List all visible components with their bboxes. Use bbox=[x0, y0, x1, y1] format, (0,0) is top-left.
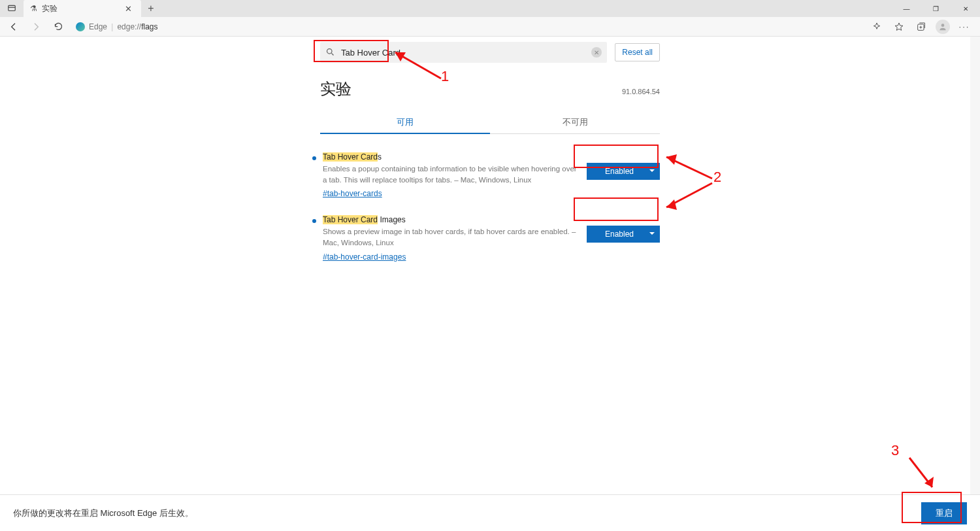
tab-title: 实验 bbox=[42, 3, 118, 14]
address-path: flags bbox=[141, 22, 157, 31]
flag-select[interactable]: Enabled bbox=[587, 163, 660, 180]
flag-description: Shows a preview image in tab hover cards… bbox=[323, 226, 580, 248]
version-label: 91.0.864.54 bbox=[622, 88, 660, 95]
vertical-scrollbar[interactable] bbox=[970, 37, 980, 494]
close-window-button[interactable]: ✕ bbox=[951, 0, 980, 17]
modified-dot-icon bbox=[312, 219, 316, 223]
collections-icon bbox=[916, 22, 926, 32]
tab-strip: ⚗ 实验 ✕ + bbox=[0, 0, 161, 17]
title-bar: ⚗ 实验 ✕ + — ❐ ✕ bbox=[0, 0, 980, 17]
arrow-right-icon bbox=[31, 22, 41, 32]
flag-anchor-link[interactable]: #tab-hover-cards bbox=[323, 189, 382, 198]
modified-dot-icon bbox=[312, 156, 316, 160]
svg-line-5 bbox=[331, 53, 333, 55]
flask-icon: ⚗ bbox=[30, 4, 37, 13]
settings-menu-button[interactable]: ··· bbox=[956, 19, 972, 35]
search-icon bbox=[325, 47, 335, 59]
navigation-bar: Edge | edge://flags ··· bbox=[0, 17, 980, 37]
minimize-button[interactable]: — bbox=[892, 0, 921, 17]
profile-button[interactable] bbox=[936, 20, 950, 34]
page-content: ✕ Reset all 实验 91.0.864.54 可用 不可用 Tab Ho… bbox=[0, 37, 980, 494]
restart-button[interactable]: 重启 bbox=[921, 502, 967, 524]
svg-point-3 bbox=[941, 24, 945, 27]
forward-button[interactable] bbox=[26, 18, 46, 36]
flag-row: Tab Hover Card Images Shows a preview im… bbox=[320, 215, 660, 261]
tab-unavailable[interactable]: 不可用 bbox=[490, 111, 660, 133]
tab-overview-icon bbox=[7, 4, 16, 13]
new-tab-button[interactable]: + bbox=[141, 0, 161, 17]
person-icon bbox=[938, 22, 947, 31]
toolbar-right: ··· bbox=[865, 19, 976, 35]
restart-footer: 你所做的更改将在重启 Microsoft Edge 后生效。 重启 bbox=[0, 494, 980, 531]
edge-icon bbox=[76, 22, 85, 31]
address-bar[interactable]: Edge | edge://flags bbox=[71, 19, 862, 35]
footer-message: 你所做的更改将在重启 Microsoft Edge 后生效。 bbox=[13, 507, 193, 519]
reset-all-button[interactable]: Reset all bbox=[615, 43, 660, 61]
collections-button[interactable] bbox=[913, 19, 929, 35]
page-heading: 实验 bbox=[320, 78, 351, 99]
address-origin: Edge bbox=[89, 22, 107, 31]
flag-row: Tab Hover Cards Enables a popup containi… bbox=[320, 152, 660, 198]
refresh-icon bbox=[54, 22, 63, 31]
flag-title: Tab Hover Card Images bbox=[323, 215, 580, 224]
arrow-left-icon bbox=[8, 22, 19, 32]
close-tab-button[interactable]: ✕ bbox=[122, 4, 135, 14]
flag-select-value: Enabled bbox=[587, 163, 660, 180]
ellipsis-icon: ··· bbox=[959, 22, 970, 31]
flag-title: Tab Hover Cards bbox=[323, 152, 580, 162]
window-controls: — ❐ ✕ bbox=[892, 0, 980, 17]
flag-anchor-link[interactable]: #tab-hover-card-images bbox=[323, 252, 406, 262]
favorites-button[interactable] bbox=[891, 19, 907, 35]
maximize-button[interactable]: ❐ bbox=[921, 0, 951, 17]
svg-rect-0 bbox=[8, 5, 16, 10]
back-button[interactable] bbox=[4, 18, 24, 36]
flag-tabs: 可用 不可用 bbox=[320, 111, 660, 134]
star-icon bbox=[894, 22, 904, 32]
refresh-button[interactable] bbox=[48, 18, 68, 36]
flag-select-value: Enabled bbox=[587, 226, 660, 243]
search-wrapper: ✕ bbox=[320, 42, 607, 63]
flag-description: Enables a popup containing tab informati… bbox=[323, 163, 580, 185]
svg-point-4 bbox=[327, 49, 333, 54]
search-input[interactable] bbox=[320, 42, 607, 63]
address-scheme: edge:// bbox=[117, 22, 141, 31]
flag-select[interactable]: Enabled bbox=[587, 226, 660, 243]
tab-available[interactable]: 可用 bbox=[320, 111, 490, 133]
sparkle-star-icon bbox=[872, 22, 882, 32]
tab-actions-button[interactable] bbox=[0, 0, 24, 17]
read-aloud-button[interactable] bbox=[869, 19, 885, 35]
browser-tab[interactable]: ⚗ 实验 ✕ bbox=[24, 0, 141, 17]
